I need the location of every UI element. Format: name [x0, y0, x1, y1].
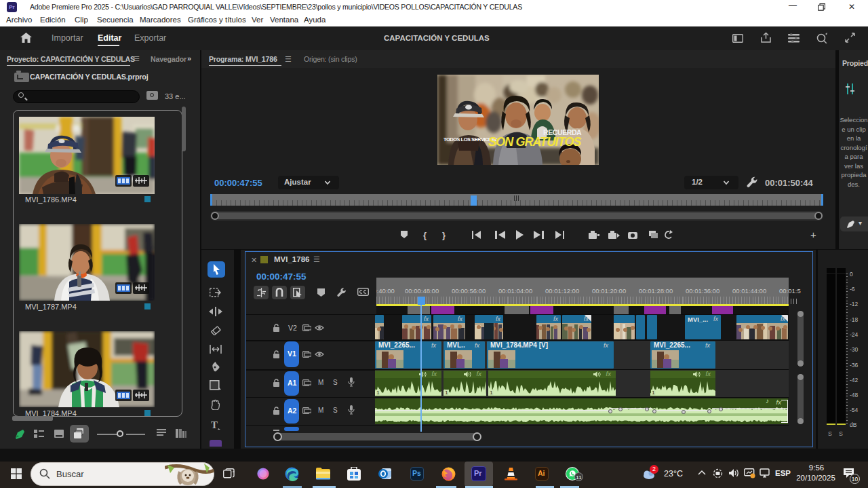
svg-text:}: }: [442, 230, 446, 240]
svg-text:T: T: [211, 419, 218, 430]
svg-text:{: {: [423, 230, 427, 240]
svg-text:SON GRATUITOS: SON GRATUITOS: [488, 135, 582, 149]
